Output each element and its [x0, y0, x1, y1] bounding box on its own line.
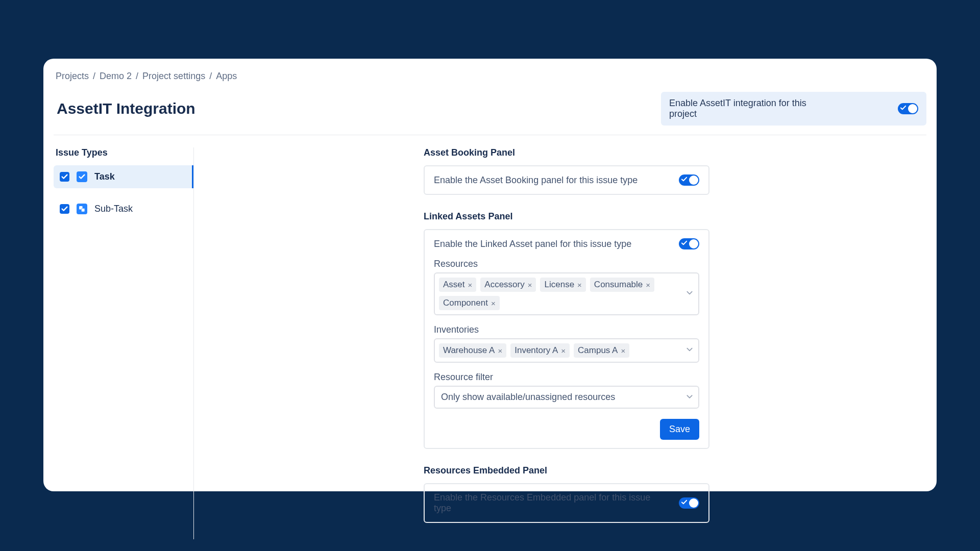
breadcrumb-link[interactable]: Demo 2: [100, 71, 132, 81]
asset-booking-desc: Enable the Asset Booking panel for this …: [434, 175, 638, 186]
checkmark-icon: [681, 177, 687, 182]
breadcrumb-separator: /: [136, 71, 138, 81]
issue-type-label: Task: [94, 171, 115, 182]
remove-tag-icon[interactable]: ×: [528, 281, 532, 289]
enable-integration-banner: Enable AssetIT integration for this proj…: [661, 92, 926, 126]
svg-rect-1: [81, 208, 85, 212]
chevron-down-icon: [686, 346, 693, 355]
remove-tag-icon[interactable]: ×: [491, 299, 496, 308]
tag-label: Inventory A: [514, 345, 558, 356]
toggle-knob: [689, 498, 698, 508]
checkbox[interactable]: [60, 172, 69, 182]
toggle-knob: [689, 239, 698, 248]
remove-tag-icon[interactable]: ×: [498, 346, 502, 355]
issue-types-sidebar: Issue Types TaskSub-Task: [54, 147, 194, 539]
save-button[interactable]: Save: [660, 419, 699, 440]
resource-filter-select[interactable]: Only show available/unassigned resources: [434, 386, 699, 409]
header-row: AssetIT Integration Enable AssetIT integ…: [54, 89, 926, 135]
tag-label: Warehouse A: [443, 345, 495, 356]
tag-label: Asset: [443, 280, 465, 290]
resource-filter-value: Only show available/unassigned resources: [441, 392, 615, 402]
remove-tag-icon[interactable]: ×: [646, 281, 650, 289]
embedded-panel-desc: Enable the Resources Embedded panel for …: [434, 492, 669, 514]
breadcrumb: Projects/Demo 2/Project settings/Apps: [54, 69, 926, 89]
tag: Inventory A×: [510, 343, 570, 358]
tag: Component×: [439, 296, 500, 310]
chevron-down-icon: [686, 289, 693, 298]
inventories-label: Inventories: [434, 324, 699, 335]
issue-type-row[interactable]: Task: [54, 165, 193, 188]
checkbox[interactable]: [60, 204, 69, 214]
breadcrumb-link[interactable]: Projects: [56, 71, 89, 81]
asset-booking-panel: Enable the Asset Booking panel for this …: [424, 165, 709, 195]
linked-assets-toggle[interactable]: [679, 238, 699, 249]
tag: License×: [540, 278, 585, 292]
remove-tag-icon[interactable]: ×: [561, 346, 566, 355]
asset-booking-toggle[interactable]: [679, 174, 699, 186]
resources-select[interactable]: Asset×Accessory×License×Consumable×Compo…: [434, 272, 699, 315]
breadcrumb-link[interactable]: Project settings: [142, 71, 205, 81]
tag: Consumable×: [590, 278, 654, 292]
resource-filter-label: Resource filter: [434, 372, 699, 383]
tag: Warehouse A×: [439, 343, 506, 358]
embedded-panel-heading: Resources Embedded Panel: [424, 465, 926, 476]
tag-label: Campus A: [578, 345, 618, 356]
toggle-knob: [908, 104, 917, 113]
enable-integration-toggle[interactable]: [898, 103, 918, 114]
remove-tag-icon[interactable]: ×: [577, 281, 582, 289]
breadcrumb-separator: /: [93, 71, 95, 81]
checkmark-icon: [681, 240, 687, 246]
task-icon: [77, 171, 87, 182]
inventories-select[interactable]: Warehouse A×Inventory A×Campus A×: [434, 338, 699, 363]
content-area: Issue Types TaskSub-Task Asset Booking P…: [54, 147, 926, 539]
enable-integration-label: Enable AssetIT integration for this proj…: [669, 98, 821, 119]
toggle-knob: [689, 176, 698, 185]
issue-type-row[interactable]: Sub-Task: [54, 197, 193, 220]
tag: Campus A×: [574, 343, 629, 358]
linked-assets-panel: Enable the Linked Asset panel for this i…: [424, 229, 709, 449]
linked-assets-heading: Linked Assets Panel: [424, 211, 926, 222]
tag-label: License: [544, 280, 574, 290]
tag: Asset×: [439, 278, 476, 292]
chevron-down-icon: [686, 392, 693, 403]
remove-tag-icon[interactable]: ×: [468, 281, 473, 289]
embedded-panel: Enable the Resources Embedded panel for …: [424, 483, 709, 523]
tag: Accessory×: [480, 278, 536, 292]
issue-types-heading: Issue Types: [54, 147, 193, 158]
asset-booking-heading: Asset Booking Panel: [424, 147, 926, 158]
subtask-icon: [77, 204, 87, 214]
tag-label: Consumable: [594, 280, 643, 290]
breadcrumb-separator: /: [209, 71, 212, 81]
issue-type-label: Sub-Task: [94, 204, 133, 214]
config-panels: Asset Booking Panel Enable the Asset Boo…: [194, 147, 926, 539]
tag-label: Component: [443, 298, 488, 308]
remove-tag-icon[interactable]: ×: [621, 346, 625, 355]
checkmark-icon: [900, 105, 906, 111]
tag-label: Accessory: [484, 280, 524, 290]
embedded-panel-toggle[interactable]: [679, 497, 699, 509]
linked-assets-desc: Enable the Linked Asset panel for this i…: [434, 239, 631, 249]
resources-label: Resources: [434, 259, 699, 269]
settings-card: Projects/Demo 2/Project settings/Apps As…: [43, 59, 937, 491]
checkmark-icon: [681, 499, 687, 505]
page-title: AssetIT Integration: [54, 100, 195, 117]
breadcrumb-link[interactable]: Apps: [216, 71, 237, 81]
